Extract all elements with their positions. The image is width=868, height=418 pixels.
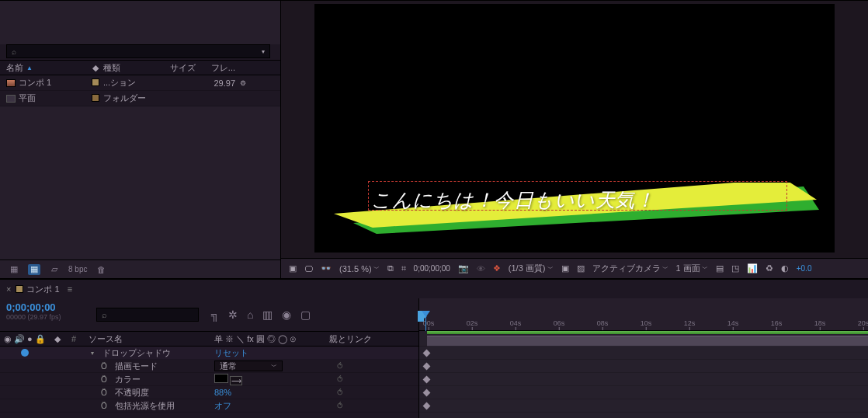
col-type: 種類 [103, 62, 158, 74]
timeline-columns-header[interactable]: ◉ 🔊 ● 🔒 ◆ # ソース名 单 ※ ＼ fx 圓 ◎ ◯ ⊙ 親とリンク [0, 331, 418, 347]
speaker-col-icon: 🔊 [14, 334, 25, 344]
opacity-value[interactable]: 88% [214, 388, 231, 397]
exposure-value[interactable]: +0.0 [793, 262, 815, 276]
prop-row-blendmode[interactable]: Ö描画モード 通常﹀ ⥀ [0, 360, 418, 373]
reset-link[interactable]: リセット [214, 348, 248, 357]
fast-preview-icon[interactable]: ◳ [728, 262, 742, 276]
zoom-dropdown[interactable]: (31.5 %)﹀ [336, 262, 383, 276]
parent-col: 親とリンク [325, 333, 410, 345]
tracks-area[interactable] [419, 331, 868, 418]
preview-timecode[interactable]: 0;00;00;00 [411, 262, 453, 276]
search-icon: ⌕ [12, 47, 16, 56]
glasses-icon[interactable]: 👓 [318, 262, 335, 276]
col-size: サイズ [158, 62, 200, 74]
pixel-aspect-icon[interactable]: ▤ [713, 262, 727, 276]
motion-blur-icon[interactable]: ◉ [282, 308, 291, 321]
link-icon[interactable]: ⥀ [337, 388, 343, 397]
lock-col-icon: 🔒 [35, 334, 46, 344]
label-color-swatch [16, 285, 23, 293]
link-icon[interactable]: ⥀ [337, 361, 343, 371]
col-name: 名前▲ [6, 62, 88, 74]
flowchart-icon[interactable]: ♻ [762, 262, 776, 276]
stopwatch-icon[interactable]: Ö [101, 402, 107, 410]
blendmode-dropdown[interactable]: 通常﹀ [214, 361, 283, 371]
label-color-swatch[interactable] [92, 94, 99, 102]
stopwatch-icon[interactable]: Ö [101, 375, 107, 384]
ruler-tick: 16s [771, 319, 783, 327]
prop-row-globallight[interactable]: Ö包括光源を使用 オフ ⥀ [0, 399, 418, 413]
keyframe-icon[interactable] [423, 349, 431, 357]
channel-icon[interactable]: ❖ [490, 262, 504, 276]
keyframe-icon[interactable] [423, 388, 431, 396]
shy-icon[interactable]: ⌂ [247, 308, 253, 321]
eyedropper-icon[interactable]: ⟶ [230, 376, 242, 385]
folder-icon [6, 95, 16, 103]
stopwatch-icon[interactable]: Ö [101, 362, 107, 371]
transparency-grid-icon[interactable]: ▨ [574, 262, 588, 276]
close-tab-icon[interactable]: × [6, 284, 11, 294]
prop-row-opacity[interactable]: Ö不透明度 88% ⥀ [0, 386, 418, 399]
composition-icon [6, 79, 16, 87]
current-time[interactable]: 0;00;00;00 00000 (29.97 fps) [0, 298, 92, 331]
reset-exposure-icon[interactable]: ◐ [778, 262, 792, 276]
views-dropdown[interactable]: 1 画面﹀ [673, 262, 711, 276]
monitor-icon[interactable]: 🖵 [301, 262, 316, 276]
link-icon[interactable]: ⥀ [337, 401, 343, 410]
roi-icon[interactable]: ▣ [558, 262, 572, 276]
layer-bar[interactable] [419, 331, 868, 347]
safe-zones-icon[interactable]: ⌗ [398, 262, 409, 276]
new-folder-icon[interactable]: ▱ [48, 264, 61, 275]
quality-dropdown[interactable]: (1/3 画質)﹀ [505, 262, 557, 276]
keyframe-icon[interactable] [423, 402, 431, 409]
keyframe-icon[interactable] [423, 362, 431, 370]
stopwatch-icon[interactable]: Ö [101, 388, 107, 397]
draft-3d-icon[interactable]: ✲ [228, 308, 238, 321]
solo-col-icon: ● [27, 334, 33, 343]
project-row-folder[interactable]: 平面 フォルダー [0, 91, 280, 106]
prop-row-color[interactable]: Öカラー ⟶ ⥀ [0, 373, 418, 386]
col-frame: フレ... [200, 62, 235, 74]
eye-col-icon: ◉ [4, 334, 12, 344]
color-swatch[interactable] [214, 374, 228, 383]
share-icon: ⚙ [235, 79, 251, 87]
globallight-value[interactable]: オフ [214, 401, 231, 410]
timeline-search-input[interactable]: ⌕ [96, 308, 199, 322]
res-full-icon[interactable]: ⧉ [384, 262, 397, 276]
graph-editor-icon[interactable]: ▢ [300, 308, 311, 321]
canvas[interactable]: こんにちは！今日もいい天気！ [314, 4, 835, 253]
tag-icon: ◆ [92, 63, 99, 72]
project-row-comp[interactable]: コンポ 1 ...ション 29.97 ⚙ [0, 75, 280, 91]
project-columns-header[interactable]: 名前▲ ◆ 種類 サイズ フレ... [0, 60, 280, 75]
snapshot-icon[interactable]: 📷 [455, 262, 472, 276]
keyframe-icon[interactable] [423, 375, 431, 383]
frame-blend-icon[interactable]: ▥ [262, 308, 273, 321]
tab-menu-icon[interactable]: ≡ [68, 284, 72, 294]
ruler-tick: 18s [814, 319, 826, 327]
chevron-down-icon: ▾ [262, 48, 265, 55]
col-label: ◆ [88, 63, 103, 73]
twirl-down-icon[interactable]: ▾ [89, 350, 96, 357]
comp-mini-flowchart-icon[interactable]: ╗ [211, 308, 219, 321]
ruler-tick: 14s [727, 319, 739, 327]
always-preview-icon[interactable]: ▣ [286, 262, 300, 276]
project-panel: ⌕ ▾ 名前▲ ◆ 種類 サイズ フレ... コンポ 1 ...ション 29.9… [0, 0, 281, 278]
link-icon[interactable]: ⥀ [337, 374, 343, 384]
project-search-input[interactable]: ⌕ ▾ [6, 44, 270, 58]
telop-layer[interactable]: こんにちは！今日もいい天気！ [334, 183, 819, 237]
telop-text: こんにちは！今日もいい天気！ [371, 187, 654, 213]
time-ruler[interactable]: 00s02s04s06s08s10s12s14s16s18s20s [419, 298, 868, 331]
num-col: # [65, 334, 82, 343]
trash-icon[interactable]: 🗑 [95, 264, 107, 275]
new-comp-icon[interactable]: ▦ [28, 264, 40, 275]
fx-visibility-toggle[interactable] [21, 349, 29, 357]
show-snapshot-icon[interactable]: 👁 [474, 262, 488, 276]
effect-row-dropshadow[interactable]: ▾ドロップシャドウ リセット [0, 347, 418, 360]
label-color-swatch[interactable] [92, 78, 99, 86]
camera-dropdown[interactable]: アクティブカメラ﹀ [589, 262, 672, 276]
ruler-tick: 20s [858, 319, 868, 327]
interpret-footage-icon[interactable]: ▦ [8, 264, 20, 275]
bpc-display[interactable]: 8 bpc [68, 264, 87, 275]
timeline-tab[interactable]: コンポ 1 [16, 284, 59, 295]
timeline-icon[interactable]: 📊 [744, 262, 761, 276]
ruler-tick: 12s [684, 319, 696, 327]
